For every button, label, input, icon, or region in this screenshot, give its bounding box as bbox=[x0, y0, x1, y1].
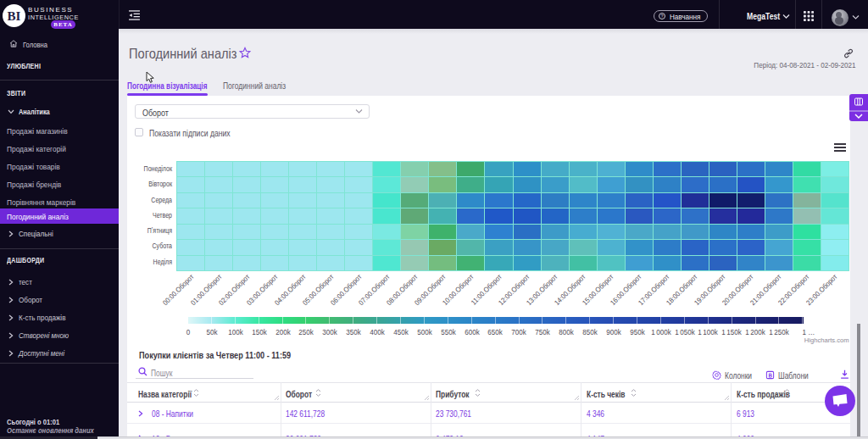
svg-text:?: ? bbox=[660, 14, 663, 19]
